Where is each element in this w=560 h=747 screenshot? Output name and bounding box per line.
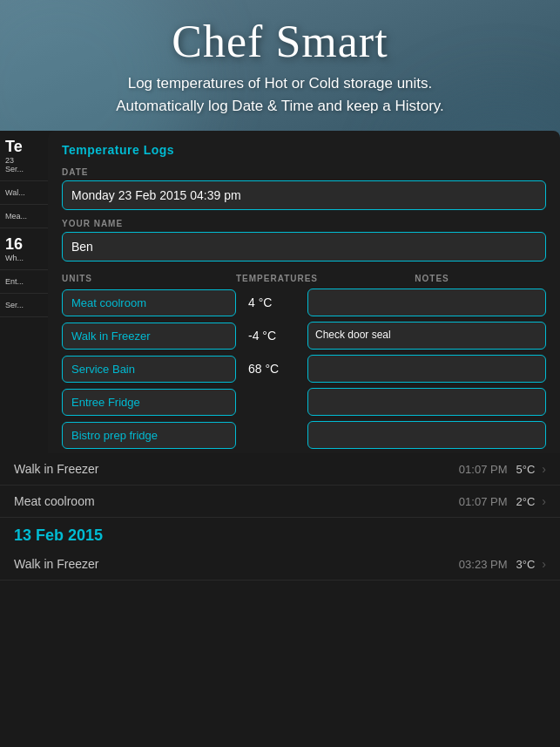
chevron-right-icon: › — [542, 557, 546, 571]
history-list: Walk in Freezer01:07 PM5°C›Meat coolroom… — [0, 453, 560, 747]
unit-notes-2[interactable] — [307, 355, 546, 383]
list-item-time: 01:07 PM — [459, 495, 508, 508]
date-section-header: 13 Feb 2015 — [0, 518, 560, 548]
unit-name-btn-0[interactable]: Meat coolroom — [62, 289, 236, 316]
unit-notes-3[interactable] — [307, 388, 546, 416]
col-temp-header: TEMPERATURES — [236, 274, 318, 283]
list-item-name: Walk in Freezer — [14, 462, 459, 476]
unit-notes-1[interactable]: Check door seal — [307, 322, 546, 350]
list-item-time: 03:23 PM — [459, 558, 508, 571]
unit-temp-2: 68 °C — [241, 362, 302, 376]
list-item[interactable]: Walk in Freezer03:23 PM3°C› — [0, 548, 560, 581]
col-units-header: UNITS — [62, 274, 236, 283]
unit-row: Meat coolroom4 °C — [62, 289, 546, 316]
col-notes-header: NOTES — [318, 274, 546, 283]
date-label: DATE — [62, 167, 546, 177]
modal-title: Temperature Logs — [62, 143, 546, 157]
list-item-name: Meat coolroom — [14, 494, 459, 508]
unit-row: Walk in Freezer-4 °CCheck door seal — [62, 322, 546, 350]
unit-notes-4[interactable] — [307, 421, 546, 449]
app-title: Chef Smart — [172, 16, 388, 67]
list-item[interactable]: Walk in Freezer01:07 PM5°C› — [0, 453, 560, 486]
chevron-right-icon: › — [542, 494, 546, 508]
unit-notes-0[interactable] — [307, 289, 546, 316]
name-input[interactable] — [62, 232, 546, 261]
date-input[interactable] — [62, 180, 546, 210]
chevron-right-icon: › — [542, 462, 546, 476]
list-item-temp: 3°C — [516, 558, 536, 571]
list-item-time: 01:07 PM — [459, 463, 508, 476]
unit-name-btn-2[interactable]: Service Bain — [62, 356, 236, 383]
temperature-log-modal: Temperature Logs DATE YOUR NAME UNITS TE… — [48, 131, 560, 453]
name-label: YOUR NAME — [62, 219, 546, 228]
unit-temp-1: -4 °C — [241, 329, 302, 343]
unit-row: Service Bain68 °C — [62, 355, 546, 383]
unit-temp-0: 4 °C — [241, 295, 302, 309]
unit-name-btn-1[interactable]: Walk in Freezer — [62, 323, 236, 350]
unit-name-btn-3[interactable]: Entree Fridge — [62, 389, 236, 416]
tagline: Log temperatures of Hot or Cold storage … — [116, 72, 444, 117]
list-item[interactable]: Meat coolroom01:07 PM2°C› — [0, 486, 560, 518]
unit-row: Bistro prep fridge — [62, 421, 546, 449]
unit-row: Entree Fridge — [62, 388, 546, 416]
unit-name-btn-4[interactable]: Bistro prep fridge — [62, 422, 236, 449]
list-item-name: Walk in Freezer — [14, 557, 459, 571]
list-item-temp: 2°C — [516, 495, 536, 508]
list-item-temp: 5°C — [516, 463, 536, 476]
